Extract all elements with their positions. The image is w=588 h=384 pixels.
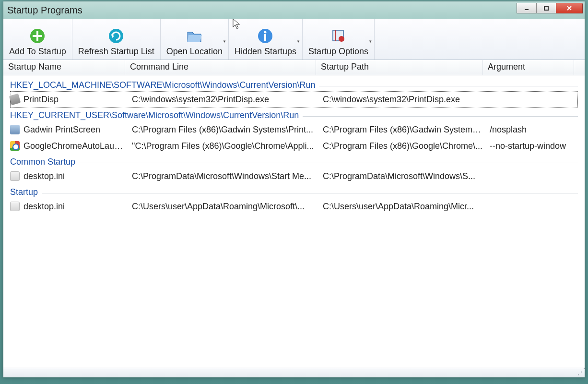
toolbar: Add To Startup Refresh Startup List Open… [3, 19, 585, 60]
column-header-name[interactable]: Startup Name [3, 60, 125, 75]
gadwin-icon [10, 125, 20, 134]
column-header-cmd[interactable]: Command Line [125, 60, 316, 75]
cell-cmd: C:\ProgramData\Microsoft\Windows\Start M… [132, 171, 323, 181]
column-headers: Startup Name Command Line Startup Path A… [3, 60, 585, 75]
svg-rect-11 [264, 34, 266, 41]
main-window: Startup Programs Add To Startup Refresh … [3, 1, 585, 378]
toolbar-label: Open Location [166, 47, 223, 57]
add-to-startup-button[interactable]: Add To Startup [3, 19, 72, 60]
group-header[interactable]: HKEY_LOCAL_MACHINE\SOFTWARE\Microsoft\Wi… [10, 77, 578, 91]
toolbar-label: Hidden Startups [235, 47, 296, 57]
cell-cmd: C:\Program Files (x86)\Gadwin Systems\Pr… [132, 125, 323, 135]
chevron-down-icon[interactable]: ▼ [368, 39, 372, 44]
toolbar-label: Add To Startup [9, 47, 66, 57]
cell-name: GoogleChromeAutoLaun... [24, 141, 132, 151]
list-item[interactable]: desktop.iniC:\Users\user\AppData\Roaming… [10, 198, 578, 215]
divider [79, 163, 578, 163]
svg-rect-6 [33, 35, 42, 37]
info-icon [257, 27, 274, 45]
toolbar-label: Startup Options [308, 47, 368, 57]
list-body[interactable]: HKEY_LOCAL_MACHINE\SOFTWARE\Microsoft\Wi… [3, 75, 585, 368]
group-header[interactable]: Startup [10, 184, 578, 198]
cell-path: C:\Users\user\AppData\Roaming\Micr... [323, 202, 490, 212]
group-label: HKEY_LOCAL_MACHINE\SOFTWARE\Microsoft\Wi… [10, 80, 316, 90]
cell-name: PrintDisp [24, 95, 132, 105]
cell-path: C:\Program Files (x86)\Google\Chrome\... [323, 141, 490, 151]
svg-point-7 [109, 29, 123, 43]
list-item[interactable]: desktop.iniC:\ProgramData\Microsoft\Wind… [10, 168, 578, 184]
group-label: Startup [10, 187, 38, 197]
group-header[interactable]: Common Startup [10, 154, 578, 168]
options-icon [330, 27, 347, 45]
chevron-down-icon[interactable]: ▼ [296, 39, 300, 44]
cell-name: desktop.ini [24, 202, 132, 212]
cell-path: C:\windows\system32\PrintDisp.exe [323, 95, 490, 105]
resize-grip-icon[interactable]: ⋰ [577, 370, 584, 376]
maximize-button[interactable] [536, 3, 556, 13]
list-item[interactable]: PrintDispC:\windows\system32\PrintDisp.e… [10, 91, 578, 108]
chevron-down-icon[interactable]: ▼ [223, 39, 226, 44]
cell-cmd: C:\windows\system32\PrintDisp.exe [132, 95, 323, 105]
cell-path: C:\Program Files (x86)\Gadwin Systems\..… [323, 125, 490, 135]
open-location-button[interactable]: Open Location ▼ [161, 19, 229, 60]
group-label: Common Startup [10, 157, 75, 167]
cell-name: desktop.ini [24, 171, 132, 181]
ini-icon [10, 171, 20, 181]
ini-icon [10, 202, 20, 211]
plus-icon [29, 27, 46, 45]
close-button[interactable] [556, 3, 583, 13]
cell-arg: --no-startup-window [490, 141, 576, 151]
cell-name: Gadwin PrintScreen [24, 125, 132, 135]
group-header[interactable]: HKEY_CURRENT_USER\Software\Microsoft\Win… [10, 108, 578, 121]
chrome-icon [10, 141, 20, 151]
folder-icon [186, 27, 203, 45]
divider [303, 116, 578, 117]
cell-cmd: C:\Users\user\AppData\Roaming\Microsoft\… [132, 202, 323, 212]
window-title: Startup Programs [7, 5, 517, 16]
column-header-path[interactable]: Startup Path [316, 60, 483, 75]
svg-rect-1 [544, 6, 548, 10]
hidden-startups-button[interactable]: Hidden Startups ▼ [229, 19, 303, 60]
svg-point-14 [339, 36, 344, 42]
refresh-icon [107, 27, 125, 45]
divider [42, 193, 578, 193]
list-item[interactable]: Gadwin PrintScreenC:\Program Files (x86)… [10, 121, 578, 138]
toolbar-label: Refresh Startup List [78, 47, 154, 57]
divider [319, 86, 578, 86]
refresh-startup-list-button[interactable]: Refresh Startup List [72, 19, 161, 60]
startup-options-button[interactable]: Startup Options ▼ [303, 19, 375, 60]
cell-arg: /nosplash [490, 125, 576, 135]
statusbar: ⋰ [3, 368, 585, 377]
print-icon [9, 94, 21, 105]
list-item[interactable]: GoogleChromeAutoLaun..."C:\Program Files… [10, 138, 578, 154]
group-label: HKEY_CURRENT_USER\Software\Microsoft\Win… [10, 110, 299, 120]
cell-cmd: "C:\Program Files (x86)\Google\Chrome\Ap… [132, 141, 323, 151]
minimize-button[interactable] [517, 3, 537, 13]
svg-point-10 [264, 31, 267, 34]
column-header-arg[interactable]: Argument [483, 60, 574, 75]
titlebar[interactable]: Startup Programs [3, 1, 585, 19]
svg-rect-13 [335, 30, 336, 41]
cell-path: C:\ProgramData\Microsoft\Windows\S... [323, 171, 490, 181]
